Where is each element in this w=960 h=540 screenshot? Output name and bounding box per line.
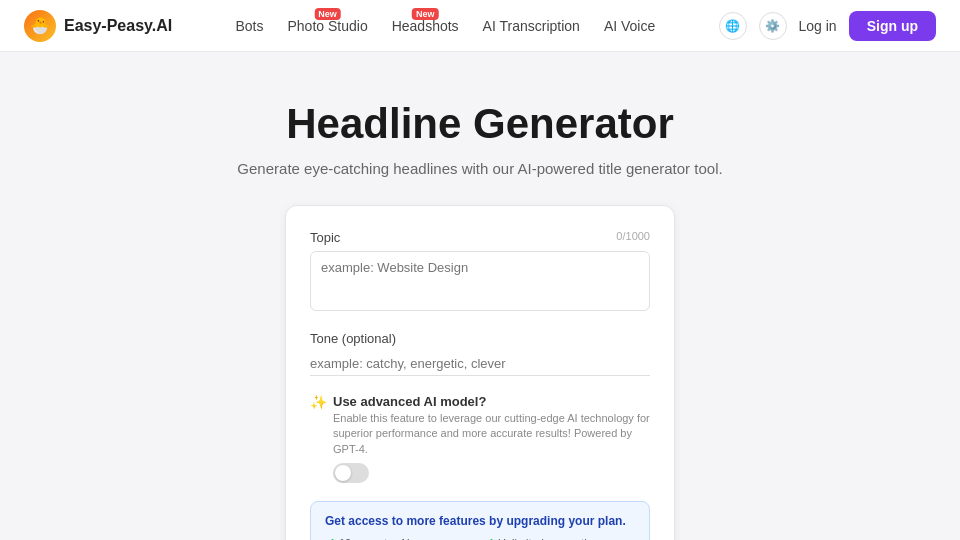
topic-field-group: Topic 0/1000	[310, 230, 650, 315]
toggle-slider	[333, 463, 369, 483]
main-content: Headline Generator Generate eye-catching…	[0, 52, 960, 540]
generator-card: Topic 0/1000 Tone (optional) ✨ Use advan…	[285, 205, 675, 540]
signup-button[interactable]: Sign up	[849, 11, 936, 41]
ai-model-text: Use advanced AI model? Enable this featu…	[333, 394, 650, 487]
nav-link-voice[interactable]: AI Voice	[604, 18, 655, 34]
topic-label: Topic 0/1000	[310, 230, 650, 245]
tone-field-group: Tone (optional)	[310, 331, 650, 376]
tone-label: Tone (optional)	[310, 331, 650, 346]
settings-icon-btn[interactable]: ⚙️	[759, 12, 787, 40]
logo[interactable]: 🐣 Easy-Peasy.AI	[24, 10, 172, 42]
logo-icon: 🐣	[24, 10, 56, 42]
navbar: 🐣 Easy-Peasy.AI Bots New Photo Studio Ne…	[0, 0, 960, 52]
page-title: Headline Generator	[286, 100, 673, 148]
char-count: 0/1000	[616, 230, 650, 242]
nav-right: 🌐 ⚙️ Log in Sign up	[719, 11, 936, 41]
badge-new-photo: New	[314, 8, 341, 20]
globe-icon-btn[interactable]: 🌐	[719, 12, 747, 40]
page-subtitle: Generate eye-catching headlines with our…	[237, 160, 722, 177]
ai-model-desc: Enable this feature to leverage our cutt…	[333, 411, 650, 457]
ai-model-toggle[interactable]	[333, 463, 369, 483]
upgrade-feature-1: ✓ Unlimited generations	[484, 536, 635, 540]
upgrade-features: ✓ 10x smarter AI ✓ Unlimited generations…	[325, 536, 635, 540]
nav-link-headshots[interactable]: New Headshots	[392, 18, 459, 34]
nav-links: Bots New Photo Studio New Headshots AI T…	[235, 18, 655, 34]
nav-link-bots[interactable]: Bots	[235, 18, 263, 34]
spark-icon: ✨	[310, 394, 327, 410]
check-icon-0: ✓	[325, 536, 335, 540]
nav-link-photo-studio[interactable]: New Photo Studio	[288, 18, 368, 34]
login-button[interactable]: Log in	[799, 18, 837, 34]
topic-input[interactable]	[310, 251, 650, 311]
brand-name: Easy-Peasy.AI	[64, 17, 172, 35]
ai-model-label: Use advanced AI model?	[333, 394, 650, 409]
nav-link-transcription[interactable]: AI Transcription	[483, 18, 580, 34]
tone-input[interactable]	[310, 352, 650, 376]
upgrade-title: Get access to more features by upgrading…	[325, 514, 635, 528]
badge-new-headshots: New	[412, 8, 439, 20]
check-icon-1: ✓	[484, 536, 494, 540]
upgrade-feature-0: ✓ 10x smarter AI	[325, 536, 476, 540]
upgrade-box: Get access to more features by upgrading…	[310, 501, 650, 540]
ai-model-row: ✨ Use advanced AI model? Enable this fea…	[310, 394, 650, 487]
